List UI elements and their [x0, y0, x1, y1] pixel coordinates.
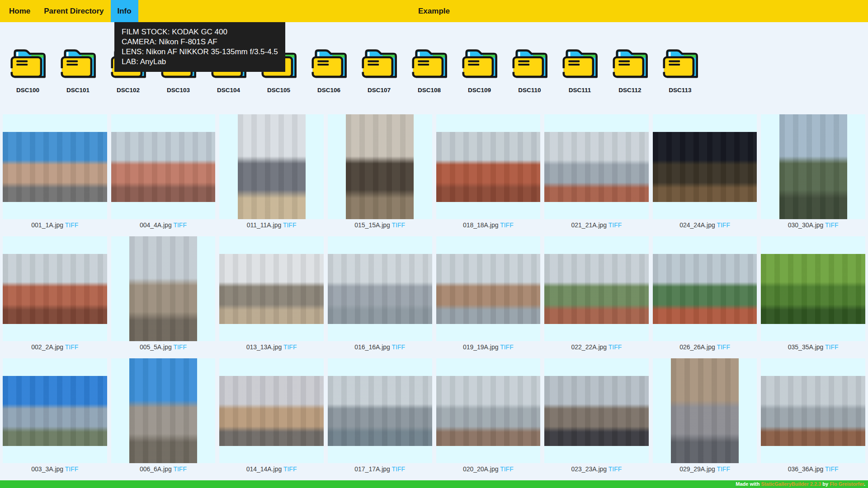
folder-item-dsc108[interactable]: DSC108: [404, 47, 454, 94]
photo-caption: 011_11A.jpg TIFF: [219, 221, 324, 230]
folder-item-dsc101[interactable]: DSC101: [53, 47, 103, 94]
tiff-link[interactable]: TIFF: [173, 221, 187, 229]
thumbnail-box: [328, 358, 432, 463]
tiff-link[interactable]: TIFF: [500, 221, 514, 229]
folder-item-dsc112[interactable]: DSC112: [605, 47, 655, 94]
tiff-link[interactable]: TIFF: [500, 343, 514, 351]
photo-filename: 018_18A.jpg: [463, 221, 499, 229]
photo-caption: 002_2A.jpg TIFF: [3, 343, 107, 352]
folder-item-dsc100[interactable]: DSC100: [3, 47, 53, 94]
photo-caption: 021_21A.jpg TIFF: [544, 221, 649, 230]
photo-cell: 015_15A.jpg TIFF: [328, 114, 432, 230]
tiff-link[interactable]: TIFF: [65, 221, 79, 229]
tiff-link[interactable]: TIFF: [65, 343, 79, 351]
tiff-link[interactable]: TIFF: [825, 221, 839, 229]
info-tooltip-line: FILM STOCK: KODAK GC 400: [122, 27, 278, 37]
tiff-link[interactable]: TIFF: [717, 221, 730, 229]
folder-item-dsc109[interactable]: DSC109: [454, 47, 505, 94]
photo-thumbnail[interactable]: [219, 254, 324, 324]
photo-thumbnail[interactable]: [653, 254, 757, 324]
photo-thumbnail[interactable]: [238, 114, 306, 219]
photo-thumbnail[interactable]: [436, 132, 541, 202]
tiff-link[interactable]: TIFF: [392, 465, 406, 473]
photo-filename: 019_19A.jpg: [463, 343, 499, 351]
folder-icon: [610, 47, 650, 80]
photo-thumbnail[interactable]: [544, 254, 649, 324]
tiff-link[interactable]: TIFF: [283, 343, 297, 351]
footer-period: .: [864, 481, 865, 487]
photo-caption: 026_26A.jpg TIFF: [653, 343, 757, 352]
photo-thumbnail[interactable]: [761, 376, 865, 446]
photo-cell: 026_26A.jpg TIFF: [653, 236, 757, 352]
thumbnail-box: [761, 358, 865, 463]
nav-item-parent-directory[interactable]: Parent Directory: [37, 0, 110, 22]
folder-item-dsc107[interactable]: DSC107: [354, 47, 404, 94]
photo-thumbnail[interactable]: [544, 132, 649, 202]
tiff-link[interactable]: TIFF: [500, 465, 514, 473]
photo-cell: 013_13A.jpg TIFF: [219, 236, 324, 352]
photo-cell: 006_6A.jpg TIFF: [111, 358, 216, 474]
photo-filename: 013_13A.jpg: [246, 343, 282, 351]
builder-link[interactable]: StaticGalleryBuilder 2.2.3: [761, 481, 821, 487]
photo-caption: 014_14A.jpg TIFF: [219, 465, 324, 474]
photo-caption: 022_22A.jpg TIFF: [544, 343, 649, 352]
photo-thumbnail[interactable]: [671, 358, 739, 463]
nav-item-info[interactable]: Info: [111, 0, 138, 22]
photo-thumbnail[interactable]: [328, 254, 432, 324]
photo-caption: 016_16A.jpg TIFF: [328, 343, 432, 352]
photo-caption: 018_18A.jpg TIFF: [436, 221, 541, 230]
photo-cell: 019_19A.jpg TIFF: [436, 236, 541, 352]
nav-item-home[interactable]: Home: [2, 0, 37, 22]
tiff-link[interactable]: TIFF: [609, 465, 622, 473]
photo-cell: 023_23A.jpg TIFF: [544, 358, 649, 474]
thumbnail-box: [436, 236, 541, 341]
photo-thumbnail[interactable]: [544, 376, 649, 446]
tiff-link[interactable]: TIFF: [392, 343, 406, 351]
photo-thumbnail[interactable]: [219, 376, 324, 446]
author-link[interactable]: Flo Greistorfer: [830, 481, 864, 487]
folder-item-dsc106[interactable]: DSC106: [304, 47, 354, 94]
tiff-link[interactable]: TIFF: [65, 465, 79, 473]
photo-thumbnail[interactable]: [346, 114, 414, 219]
photo-thumbnail[interactable]: [129, 236, 197, 341]
folder-item-dsc110[interactable]: DSC110: [505, 47, 555, 94]
photo-thumbnail[interactable]: [436, 254, 541, 324]
info-tooltip: FILM STOCK: KODAK GC 400CAMERA: Nikon F-…: [114, 22, 285, 72]
folder-item-dsc113[interactable]: DSC113: [655, 47, 705, 94]
photo-thumbnail[interactable]: [129, 358, 197, 463]
tiff-link[interactable]: TIFF: [173, 465, 187, 473]
thumbnail-box: [436, 358, 541, 463]
photo-thumbnail[interactable]: [3, 132, 107, 202]
tiff-link[interactable]: TIFF: [283, 465, 297, 473]
photo-thumbnail[interactable]: [3, 254, 107, 324]
tiff-link[interactable]: TIFF: [717, 343, 730, 351]
photo-thumbnail[interactable]: [779, 114, 847, 219]
tiff-link[interactable]: TIFF: [173, 343, 187, 351]
tiff-link[interactable]: TIFF: [825, 343, 839, 351]
photo-caption: 017_17A.jpg TIFF: [328, 465, 432, 474]
photo-caption: 036_36A.jpg TIFF: [761, 465, 865, 474]
photo-filename: 015_15A.jpg: [354, 221, 390, 229]
tiff-link[interactable]: TIFF: [609, 343, 622, 351]
photo-thumbnail[interactable]: [328, 376, 432, 446]
photo-thumbnail[interactable]: [111, 132, 216, 202]
photo-cell: 018_18A.jpg TIFF: [436, 114, 541, 230]
thumbnail-box: [328, 236, 432, 341]
folder-item-dsc111[interactable]: DSC111: [555, 47, 605, 94]
tiff-link[interactable]: TIFF: [283, 221, 297, 229]
folder-label: DSC111: [569, 87, 591, 94]
tiff-link[interactable]: TIFF: [392, 221, 406, 229]
tiff-link[interactable]: TIFF: [825, 465, 839, 473]
thumbnail-box: [111, 236, 216, 341]
photo-thumbnail[interactable]: [653, 132, 757, 202]
folder-label: DSC106: [317, 87, 340, 94]
photo-cell: 030_30A.jpg TIFF: [761, 114, 865, 230]
photo-cell: 001_1A.jpg TIFF: [3, 114, 107, 230]
tiff-link[interactable]: TIFF: [609, 221, 622, 229]
photo-thumbnail[interactable]: [436, 376, 541, 446]
photo-thumbnail[interactable]: [761, 254, 865, 324]
photo-caption: 013_13A.jpg TIFF: [219, 343, 324, 352]
photo-thumbnail[interactable]: [3, 376, 107, 446]
photo-caption: 024_24A.jpg TIFF: [653, 221, 757, 230]
tiff-link[interactable]: TIFF: [717, 465, 730, 473]
